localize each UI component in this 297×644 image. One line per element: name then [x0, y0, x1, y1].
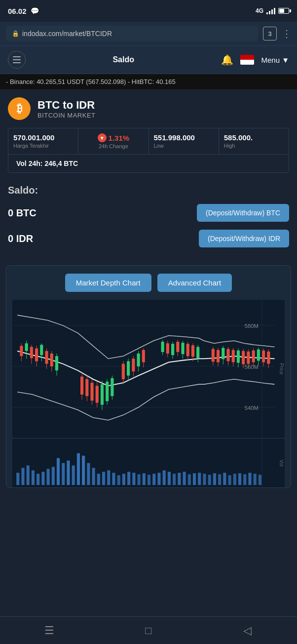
change-arrow-icon: ▼	[98, 133, 107, 142]
svg-rect-16	[50, 354, 53, 366]
svg-text:560M: 560M	[245, 364, 259, 370]
svg-rect-100	[77, 453, 80, 485]
svg-rect-48	[171, 344, 174, 355]
idr-balance-row: 0 IDR (Deposit/Withdraw) IDR	[8, 230, 289, 247]
saldo-title: Saldo:	[8, 185, 289, 196]
deposit-idr-button[interactable]: (Deposit/Withdraw) IDR	[199, 230, 289, 247]
svg-rect-46	[166, 343, 169, 354]
svg-rect-119	[173, 474, 176, 485]
candlestick-chart: 580M 560M 540M Price	[12, 300, 285, 438]
svg-rect-99	[72, 465, 75, 485]
url-text: indodax.com/market/BTCIDR	[22, 30, 112, 38]
svg-rect-92	[37, 474, 39, 485]
deposit-btc-button[interactable]: (Deposit/Withdraw) BTC	[197, 204, 289, 222]
svg-rect-52	[181, 343, 184, 354]
svg-rect-70	[237, 351, 240, 363]
chart-section: Market Depth Chart Advanced Chart	[6, 265, 291, 488]
svg-rect-107	[112, 473, 115, 485]
btc-logo: ₿	[8, 97, 31, 120]
svg-rect-120	[178, 473, 181, 485]
svg-rect-110	[127, 472, 130, 485]
svg-rect-72	[242, 351, 245, 364]
svg-rect-127	[213, 473, 216, 485]
svg-rect-95	[52, 467, 55, 485]
saldo-nav-button[interactable]: Saldo	[33, 55, 214, 64]
svg-rect-20	[80, 377, 83, 395]
svg-rect-105	[102, 472, 105, 485]
svg-rect-89	[21, 468, 24, 485]
svg-rect-66	[226, 349, 229, 362]
svg-rect-50	[176, 342, 179, 352]
svg-rect-118	[168, 472, 171, 485]
svg-rect-8	[30, 347, 33, 358]
advanced-chart-tab[interactable]: Advanced Chart	[157, 274, 232, 292]
svg-rect-93	[41, 472, 44, 485]
btc-balance: 0 BTC	[8, 207, 37, 219]
price-stats: 570.001.000 Harga Terakhir ▼ 1.31% 24h C…	[8, 128, 289, 173]
svg-rect-90	[27, 465, 30, 485]
svg-rect-34	[122, 364, 125, 379]
svg-rect-36	[127, 361, 130, 375]
chart-area: 580M 560M 540M Price	[12, 300, 285, 438]
svg-rect-121	[183, 472, 186, 485]
idr-balance: 0 IDR	[8, 233, 33, 244]
browser-menu-icon[interactable]: ⋮	[282, 28, 291, 40]
change-badge: ▼ 1.31%	[98, 133, 130, 142]
menu-dropdown-button[interactable]: Menu ▼	[261, 56, 289, 64]
last-price-label: Harga Terakhir	[13, 143, 73, 149]
status-bar: 06.02 💬 4G	[0, 0, 297, 22]
svg-rect-64	[222, 348, 224, 359]
svg-rect-113	[143, 473, 146, 485]
change-cell: ▼ 1.31% 24h Change	[78, 128, 148, 154]
bottom-nav-back-icon[interactable]: ◁	[239, 622, 257, 640]
svg-rect-91	[32, 470, 35, 485]
bottom-nav-menu-icon[interactable]: ☰	[40, 622, 58, 640]
top-nav: Saldo 🔔 Menu ▼	[0, 46, 297, 74]
svg-rect-10	[35, 349, 38, 362]
svg-rect-109	[122, 474, 125, 485]
low-value: 551.998.000	[154, 133, 214, 142]
svg-text:Price: Price	[279, 363, 284, 375]
market-depth-tab[interactable]: Market Depth Chart	[65, 274, 151, 292]
network-label: 4G	[256, 7, 263, 14]
svg-rect-112	[138, 474, 141, 485]
vol-value: 246,4 BTC	[44, 160, 78, 167]
svg-rect-32	[111, 378, 113, 396]
market-pair: BTC to IDR	[37, 99, 96, 112]
saldo-section: Saldo: 0 BTC (Deposit/Withdraw) BTC 0 ID…	[0, 173, 297, 260]
btc-symbol: ₿	[17, 102, 22, 115]
svg-rect-74	[247, 352, 250, 364]
svg-rect-38	[132, 359, 135, 371]
hamburger-button[interactable]	[8, 51, 26, 69]
flag-icon[interactable]	[240, 55, 254, 65]
high-label: High	[224, 143, 284, 149]
svg-text:Vol: Vol	[279, 460, 284, 467]
bottom-nav-home-icon[interactable]: □	[140, 622, 157, 640]
high-value: 585.000.	[224, 133, 284, 142]
low-label: Low	[154, 143, 214, 149]
svg-rect-116	[157, 473, 160, 485]
low-cell: 551.998.000 Low	[149, 128, 219, 154]
tab-count[interactable]: 3	[263, 27, 277, 40]
url-input[interactable]: 🔒 indodax.com/market/BTCIDR	[6, 26, 258, 41]
svg-rect-106	[107, 470, 110, 485]
svg-rect-123	[193, 473, 196, 485]
svg-rect-136	[259, 475, 261, 485]
bottom-nav: ☰ □ ◁	[0, 616, 297, 644]
status-time: 06.02	[8, 7, 27, 15]
svg-rect-88	[16, 473, 19, 485]
bell-icon[interactable]: 🔔	[221, 54, 233, 66]
svg-rect-80	[262, 351, 265, 362]
svg-rect-56	[191, 345, 194, 357]
svg-rect-94	[47, 469, 50, 485]
svg-rect-44	[161, 342, 164, 352]
svg-rect-111	[132, 473, 135, 485]
svg-rect-101	[82, 456, 85, 485]
svg-rect-108	[117, 475, 120, 485]
volume-svg: Vol	[12, 439, 285, 487]
svg-rect-103	[92, 468, 95, 485]
svg-rect-114	[148, 475, 150, 485]
svg-rect-128	[218, 474, 221, 485]
svg-rect-97	[62, 463, 65, 485]
change-value: 1.31%	[109, 134, 130, 142]
